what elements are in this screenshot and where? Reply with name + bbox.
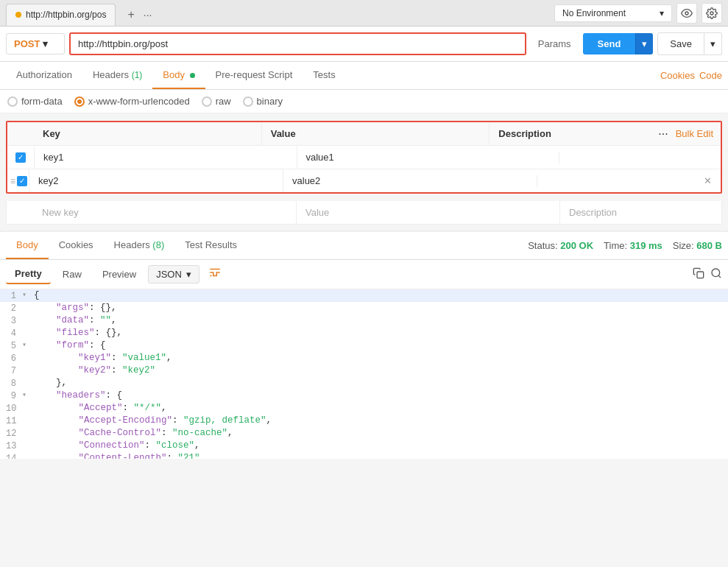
- resp-tab-test-results[interactable]: Test Results: [174, 232, 247, 259]
- resp-tab-body[interactable]: Body: [6, 232, 49, 259]
- body-active-dot: [190, 73, 195, 78]
- radio-form-data[interactable]: [7, 96, 18, 107]
- eye-icon-button[interactable]: [676, 3, 697, 24]
- drag-handle-icon: ≡: [10, 176, 15, 186]
- type-chevron-icon: ▾: [186, 269, 191, 280]
- type-selector[interactable]: JSON ▾: [148, 265, 199, 284]
- resp-tab-headers[interactable]: Headers (8): [104, 232, 175, 259]
- bulk-edit-button[interactable]: Bulk Edit: [676, 128, 713, 139]
- params-button[interactable]: Params: [531, 34, 579, 54]
- row2-delete-button[interactable]: ✕: [699, 175, 721, 186]
- time-label: Time: 319 ms: [604, 240, 662, 251]
- request-tabs: Authorization Headers (1) Body Pre-reque…: [0, 62, 728, 90]
- method-label: POST: [14, 38, 40, 49]
- response-status-bar: Status: 200 OK Time: 319 ms Size: 680 B: [528, 240, 722, 251]
- radio-urlencoded[interactable]: [74, 96, 85, 107]
- code-line-4: 4 "files": {},: [0, 327, 728, 339]
- option-form-data[interactable]: form-data: [7, 96, 63, 107]
- tab-body[interactable]: Body: [152, 62, 205, 89]
- svg-line-6: [718, 275, 721, 278]
- tab-status-dot: [15, 12, 21, 18]
- tab-headers[interactable]: Headers (1): [82, 62, 152, 89]
- code-line-12: 12 "Cache-Control": "no-cache",: [0, 427, 728, 440]
- format-preview-button[interactable]: Preview: [93, 265, 145, 284]
- save-dropdown-button[interactable]: ▾: [704, 32, 722, 55]
- tab-right-actions: Cookies Code: [660, 70, 722, 81]
- tab-more-button[interactable]: ···: [144, 9, 152, 21]
- row2-key[interactable]: key2: [29, 169, 283, 192]
- resp-format-right: [693, 267, 722, 281]
- send-button[interactable]: Send: [583, 33, 636, 54]
- status-label: Status: 200 OK: [528, 240, 593, 251]
- save-button[interactable]: Save: [657, 32, 704, 55]
- request-bar: POST ▾ Params Send ▾ Save ▾: [0, 27, 728, 62]
- format-pretty-button[interactable]: Pretty: [6, 264, 51, 284]
- row1-desc[interactable]: [559, 152, 721, 163]
- new-desc-placeholder[interactable]: Description: [559, 201, 721, 224]
- resp-tab-cookies[interactable]: Cookies: [49, 232, 104, 259]
- code-line-11: 11 "Accept-Encoding": "gzip, deflate",: [0, 415, 728, 427]
- browser-tab[interactable]: http://httpbin.org/pos: [6, 4, 116, 26]
- new-row: New key Value Description: [6, 201, 722, 225]
- tab-url-label: http://httpbin.org/pos: [26, 10, 106, 20]
- code-line-1: 1 ▾ {: [0, 289, 728, 302]
- row2-desc[interactable]: [537, 175, 699, 187]
- tab-authorization[interactable]: Authorization: [6, 62, 82, 89]
- row1-value[interactable]: value1: [297, 146, 559, 169]
- new-value-placeholder[interactable]: Value: [296, 201, 559, 224]
- format-raw-button[interactable]: Raw: [54, 265, 91, 284]
- send-button-group: Send ▾: [583, 33, 654, 54]
- env-label: No Environment: [562, 8, 626, 18]
- code-line-14: 14 "Content-Length": "21",: [0, 452, 728, 459]
- type-label: JSON: [156, 269, 182, 280]
- send-dropdown-button[interactable]: ▾: [635, 33, 653, 54]
- code-link[interactable]: Code: [699, 70, 722, 81]
- col-header-key: Key: [34, 122, 261, 145]
- code-line-8: 8 },: [0, 377, 728, 390]
- kv-table: Key Value Description ··· Bulk Edit key1…: [6, 121, 722, 194]
- settings-icon-button[interactable]: [702, 3, 722, 24]
- url-input[interactable]: [69, 32, 526, 55]
- cookies-link[interactable]: Cookies: [660, 70, 695, 81]
- body-options: form-data x-www-form-urlencoded raw bina…: [0, 90, 728, 113]
- new-key-placeholder[interactable]: New key: [33, 201, 296, 224]
- method-chevron-icon: ▾: [43, 38, 48, 49]
- svg-rect-4: [697, 272, 704, 278]
- code-viewer[interactable]: 1 ▾ { 2 "args": {}, 3 "data": "", 4 "fil…: [0, 289, 728, 459]
- row2-value[interactable]: value2: [283, 169, 537, 192]
- new-tab-button[interactable]: +: [121, 5, 140, 24]
- more-options-icon[interactable]: ···: [658, 127, 668, 141]
- search-icon-button[interactable]: [710, 267, 722, 281]
- radio-raw[interactable]: [202, 96, 212, 107]
- row1-key[interactable]: key1: [34, 146, 297, 169]
- size-label: Size: 680 B: [673, 240, 722, 251]
- row2-checkbox[interactable]: [17, 176, 27, 186]
- code-line-7: 7 "key2": "key2": [0, 364, 728, 377]
- code-line-3: 3 "data": "",: [0, 314, 728, 327]
- option-raw[interactable]: raw: [202, 96, 231, 107]
- table-row: key1 value1: [7, 146, 721, 169]
- tab-pre-request[interactable]: Pre-request Script: [205, 62, 303, 89]
- method-selector[interactable]: POST ▾: [6, 33, 65, 54]
- code-line-5: 5 ▾ "form": {: [0, 339, 728, 352]
- code-line-2: 2 "args": {},: [0, 302, 728, 314]
- wrap-icon-button[interactable]: [208, 266, 222, 283]
- env-selector[interactable]: No Environment ▾: [554, 4, 672, 22]
- svg-point-5: [712, 269, 720, 277]
- svg-point-0: [685, 12, 688, 15]
- option-urlencoded[interactable]: x-www-form-urlencoded: [74, 96, 190, 107]
- code-line-9: 9 ▾ "headers": {: [0, 390, 728, 402]
- tab-tests[interactable]: Tests: [303, 62, 345, 89]
- code-line-10: 10 "Accept": "*/*",: [0, 402, 728, 415]
- row1-checkbox[interactable]: [15, 152, 26, 163]
- code-line-6: 6 "key1": "value1",: [0, 352, 728, 364]
- option-binary[interactable]: binary: [243, 96, 283, 107]
- response-tabs: Body Cookies Headers (8) Test Results St…: [0, 230, 728, 260]
- code-line-13: 13 "Connection": "close",: [0, 440, 728, 452]
- copy-icon-button[interactable]: [693, 267, 704, 281]
- size-value: 680 B: [696, 240, 722, 251]
- col-header-value: Value: [261, 122, 490, 145]
- status-value: 200 OK: [560, 240, 593, 251]
- radio-binary[interactable]: [243, 96, 253, 107]
- svg-point-1: [710, 12, 713, 15]
